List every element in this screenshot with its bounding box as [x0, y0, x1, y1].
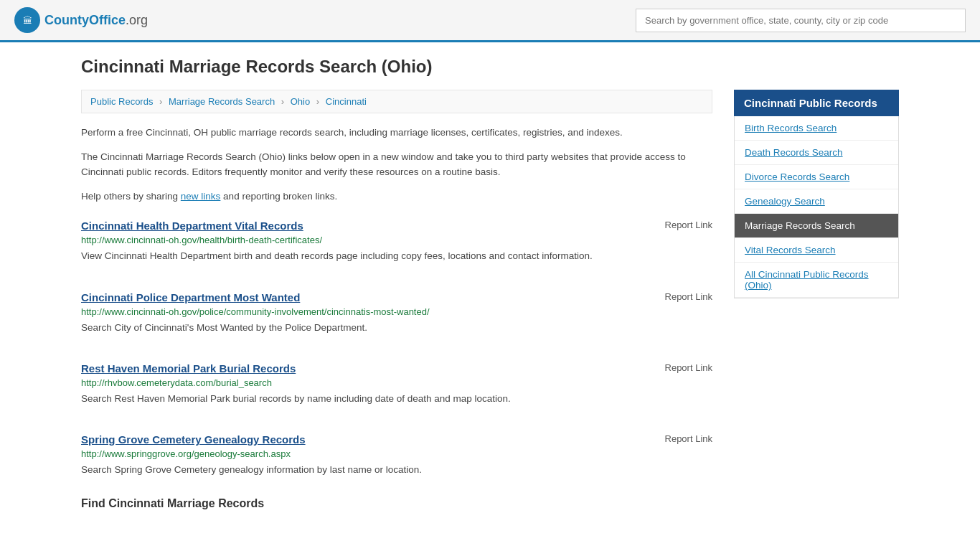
record-header-2: Rest Haven Memorial Park Burial Records …: [81, 362, 712, 377]
search-input[interactable]: [636, 9, 966, 32]
breadcrumb-link-4[interactable]: Cincinnati: [326, 96, 367, 107]
report-link-2[interactable]: Report Link: [665, 362, 712, 373]
record-item-0: Cincinnati Health Department Vital Recor…: [81, 212, 712, 263]
sidebar-item-3[interactable]: Genealogy Search: [735, 189, 898, 214]
record-desc-2: Search Rest Haven Memorial Park burial r…: [81, 393, 511, 404]
record-url-0[interactable]: http://www.cincinnati-oh.gov/health/birt…: [81, 235, 712, 245]
intro-para-3-post: and reporting broken links.: [220, 191, 337, 202]
content-layout: Public Records › Marriage Records Search…: [81, 90, 899, 510]
record-desc-0: View Cincinnati Health Department birth …: [81, 250, 593, 261]
record-desc-3: Search Spring Grove Cemetery genealogy i…: [81, 464, 422, 475]
breadcrumb-link-3[interactable]: Ohio: [291, 96, 310, 107]
bottom-heading: Find Cincinnati Marriage Records: [81, 497, 712, 510]
report-link-3[interactable]: Report Link: [665, 433, 712, 444]
sidebar-item-5[interactable]: Vital Records Search: [735, 238, 898, 263]
intro-para-2: The Cincinnati Marriage Records Search (…: [81, 149, 712, 180]
header: 🏛 CountyOffice.org: [0, 0, 980, 42]
record-title-1[interactable]: Cincinnati Police Department Most Wanted: [81, 291, 300, 303]
breadcrumb-link-2[interactable]: Marriage Records Search: [169, 96, 275, 107]
record-item-2: Rest Haven Memorial Park Burial Records …: [81, 355, 712, 406]
logo[interactable]: 🏛 CountyOffice.org: [14, 7, 148, 33]
svg-text:🏛: 🏛: [23, 15, 32, 26]
record-header-1: Cincinnati Police Department Most Wanted…: [81, 291, 712, 306]
record-item-1: Cincinnati Police Department Most Wanted…: [81, 284, 712, 335]
record-title-3[interactable]: Spring Grove Cemetery Genealogy Records: [81, 433, 306, 446]
sidebar-item-0[interactable]: Birth Records Search: [735, 116, 898, 141]
record-title-2[interactable]: Rest Haven Memorial Park Burial Records: [81, 362, 296, 375]
sidebar-item-4[interactable]: Marriage Records Search: [735, 214, 898, 238]
record-item-3: Spring Grove Cemetery Genealogy Records …: [81, 426, 712, 477]
intro-para-3-pre: Help others by sharing: [81, 191, 181, 202]
logo-icon: 🏛: [14, 7, 40, 33]
logo-text: CountyOffice.org: [44, 13, 148, 28]
records-container: Cincinnati Health Department Vital Recor…: [81, 212, 712, 477]
record-header-3: Spring Grove Cemetery Genealogy Records …: [81, 433, 712, 448]
search-bar: [636, 9, 966, 32]
record-url-2[interactable]: http://rhvbow.cemeterydata.com/burial_se…: [81, 377, 712, 388]
sidebar-item-1[interactable]: Death Records Search: [735, 141, 898, 165]
sidebar-item-2[interactable]: Divorce Records Search: [735, 165, 898, 189]
main-wrapper: Cincinnati Marriage Records Search (Ohio…: [60, 42, 920, 524]
report-link-1[interactable]: Report Link: [665, 291, 712, 302]
sidebar-item-6[interactable]: All Cincinnati Public Records (Ohio): [735, 263, 898, 298]
page-title: Cincinnati Marriage Records Search (Ohio…: [81, 57, 899, 77]
new-links-link[interactable]: new links: [181, 191, 221, 202]
breadcrumb-sep-3: ›: [316, 96, 319, 107]
breadcrumb-sep-1: ›: [159, 96, 162, 107]
record-title-0[interactable]: Cincinnati Health Department Vital Recor…: [81, 220, 303, 232]
report-link-0[interactable]: Report Link: [665, 220, 712, 230]
breadcrumb: Public Records › Marriage Records Search…: [81, 90, 712, 113]
sidebar: Cincinnati Public Records Birth Records …: [734, 90, 899, 298]
record-desc-1: Search City of Cincinnati's Most Wanted …: [81, 322, 367, 333]
record-url-3[interactable]: http://www.springgrove.org/geneology-sea…: [81, 448, 712, 459]
intro-para-3: Help others by sharing new links and rep…: [81, 189, 712, 204]
record-header-0: Cincinnati Health Department Vital Recor…: [81, 220, 712, 235]
breadcrumb-sep-2: ›: [281, 96, 284, 107]
main-content: Public Records › Marriage Records Search…: [81, 90, 712, 510]
sidebar-nav: Birth Records SearchDeath Records Search…: [734, 116, 899, 298]
sidebar-header: Cincinnati Public Records: [734, 90, 899, 116]
breadcrumb-link-1[interactable]: Public Records: [90, 96, 153, 107]
record-url-1[interactable]: http://www.cincinnati-oh.gov/police/comm…: [81, 306, 712, 317]
intro-para-1: Perform a free Cincinnati, OH public mar…: [81, 125, 712, 141]
